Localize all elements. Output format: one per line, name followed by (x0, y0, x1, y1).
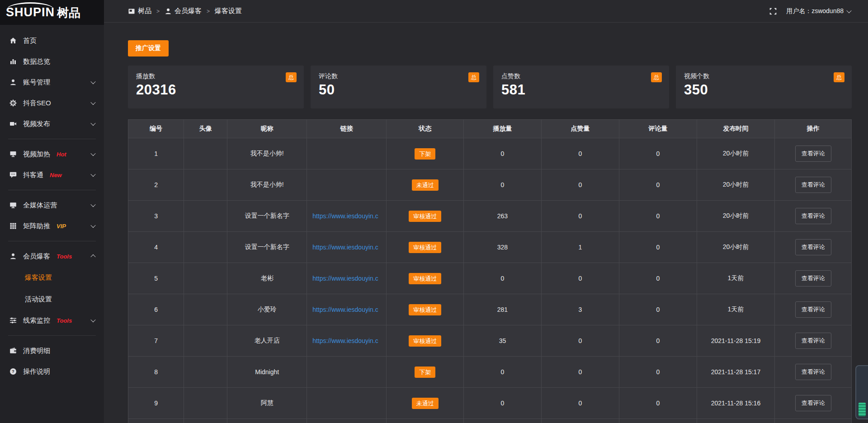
cell-likes: 1 (541, 232, 619, 263)
sidebar-item-label: 线索监控 (23, 316, 50, 325)
cell-action: 查看评论 (775, 169, 852, 201)
floating-widget[interactable] (855, 365, 868, 419)
sidebar-item-douyin-seo[interactable]: 抖音SEO (0, 93, 104, 113)
sidebar-item-matrix-boost[interactable]: 矩阵助推 VIP (0, 216, 104, 236)
cell-avatar (184, 263, 227, 294)
cell-id: 2 (128, 169, 184, 201)
cell-likes: 0 (541, 138, 619, 169)
breadcrumb-item-member-baoke[interactable]: 会员爆客 (165, 7, 202, 15)
sidebar-item-all-media-operation[interactable]: 全媒体运营 (0, 195, 104, 216)
promo-settings-button[interactable]: 推广设置 (128, 40, 169, 56)
cell-avatar (184, 357, 227, 388)
video-link[interactable]: https://www.iesdouyin.c (310, 337, 383, 344)
status-badge: 审核通过 (409, 273, 441, 284)
cell-action: 查看评论 (775, 294, 852, 325)
view-comments-button[interactable]: 查看评论 (795, 208, 831, 224)
cell-likes: 0 (541, 325, 619, 357)
video-link[interactable]: https://www.iesdouyin.c (310, 212, 383, 220)
sidebar-item-data-overview[interactable]: 数据总览 (0, 51, 104, 72)
sidebar-item-video-heating[interactable]: 视频加热 Hot (0, 144, 104, 164)
sidebar-item-member-baoke[interactable]: 会员爆客 Tools (0, 246, 104, 267)
cell-comments: 0 (619, 325, 697, 357)
sidebar-item-label: 全媒体运营 (23, 201, 57, 210)
cell-likes: 0 (541, 201, 619, 232)
cell-nickname: 我不是小帅! (227, 169, 307, 201)
sliders-icon (9, 316, 17, 324)
cell-link: https://www.iesdouyin.c (307, 232, 387, 263)
sidebar-item-tag: New (50, 172, 62, 179)
sidebar-item-label: 矩阵助推 (23, 222, 50, 230)
table-row: 3 设置一个新名字 https://www.iesdouyin.c 审核通过 2… (128, 201, 852, 232)
breadcrumb-label: 会员爆客 (175, 7, 202, 15)
sidebar-divider (8, 241, 96, 241)
cell-publish-time: 1天前 (697, 263, 775, 294)
cell-action: 查看评论 (775, 263, 852, 294)
sidebar-item-consume-detail[interactable]: 消费明细 (0, 340, 104, 361)
view-comments-button[interactable]: 查看评论 (795, 333, 831, 349)
sidebar-divider (8, 335, 96, 336)
question-icon: ? (9, 367, 17, 376)
view-comments-button[interactable]: 查看评论 (795, 270, 831, 287)
sidebar-item-label: 视频发布 (23, 120, 50, 128)
sidebar-item-douketong[interactable]: 抖客通 New (0, 164, 104, 185)
breadcrumb-item-baoke-settings[interactable]: 爆客设置 (215, 7, 242, 15)
table-row: 5 老彬 https://www.iesdouyin.c 审核通过 0 0 0 … (128, 263, 852, 294)
cell-link (307, 138, 387, 169)
video-link[interactable]: https://www.iesdouyin.c (310, 244, 383, 251)
chevron-up-icon (91, 254, 95, 258)
sidebar-item-home[interactable]: 首页 (0, 30, 104, 51)
view-comments-button[interactable]: 查看评论 (795, 239, 831, 255)
cell-likes (541, 419, 619, 423)
cell-nickname: 阿慧 (227, 388, 307, 419)
view-comments-button[interactable]: 查看评论 (795, 301, 831, 318)
topbar-right: 用户名：zswodun88 (769, 7, 851, 15)
video-link[interactable]: https://www.iesdouyin.c (310, 275, 383, 282)
sidebar-item-label: 视频加热 (23, 150, 50, 159)
monitor-icon (9, 201, 17, 209)
cell-likes: 0 (541, 388, 619, 419)
cell-nickname: 老人开店 (227, 325, 307, 357)
column-header-7: 评论量 (619, 120, 697, 138)
cell-link (307, 388, 387, 419)
cell-status: 审核通过 (387, 325, 464, 357)
breadcrumb-separator: > (156, 8, 160, 14)
chart-icon (9, 57, 17, 66)
cell-likes: 0 (541, 169, 619, 201)
stat-label: 评论数 (319, 72, 478, 80)
cell-avatar (184, 138, 227, 169)
sidebar-item-clue-monitor[interactable]: 线索监控 Tools (0, 310, 104, 331)
total-badge: 总 (834, 72, 844, 82)
cell-status (387, 419, 464, 423)
wallet-icon (9, 347, 17, 355)
cell-id: 9 (128, 388, 184, 419)
cell-comments: 0 (619, 357, 697, 388)
total-badge: 总 (286, 72, 297, 82)
view-comments-button[interactable]: 查看评论 (795, 177, 831, 193)
cell-nickname: 设置一个新名字 (227, 201, 307, 232)
cell-likes: 0 (541, 357, 619, 388)
sidebar-item-video-publish[interactable]: 视频发布 (0, 113, 104, 134)
column-header-2: 昵称 (227, 120, 307, 138)
video-link[interactable]: https://www.iesdouyin.c (310, 306, 383, 313)
cell-publish-time: 2021-11-28 15:16 (697, 388, 775, 419)
cell-link (307, 169, 387, 201)
status-badge: 审核通过 (409, 242, 441, 253)
sidebar-subitem-baoke-settings[interactable]: 爆客设置 (0, 267, 104, 288)
breadcrumb-item-shupin[interactable]: 树品 (128, 7, 151, 15)
chevron-down-icon (91, 203, 95, 207)
user-menu[interactable]: 用户名：zswodun88 (786, 7, 851, 15)
stat-label: 视频个数 (684, 72, 844, 80)
cell-link: https://www.iesdouyin.c (307, 263, 387, 294)
sidebar-item-account-management[interactable]: 账号管理 (0, 72, 104, 93)
cell-status: 未通过 (387, 169, 464, 201)
view-comments-button[interactable]: 查看评论 (795, 364, 831, 380)
sidebar-subitem-activity-settings[interactable]: 活动设置 (0, 288, 104, 310)
sidebar-item-operation-guide[interactable]: ? 操作说明 (0, 361, 104, 382)
sidebar-item-tag: Hot (57, 151, 66, 158)
view-comments-button[interactable]: 查看评论 (795, 146, 831, 162)
sidebar-divider (8, 139, 96, 139)
cell-nickname: 老彬 (227, 263, 307, 294)
fullscreen-icon[interactable] (769, 7, 777, 15)
view-comments-button[interactable]: 查看评论 (795, 395, 831, 411)
sidebar-item-label: 抖音SEO (23, 99, 51, 108)
